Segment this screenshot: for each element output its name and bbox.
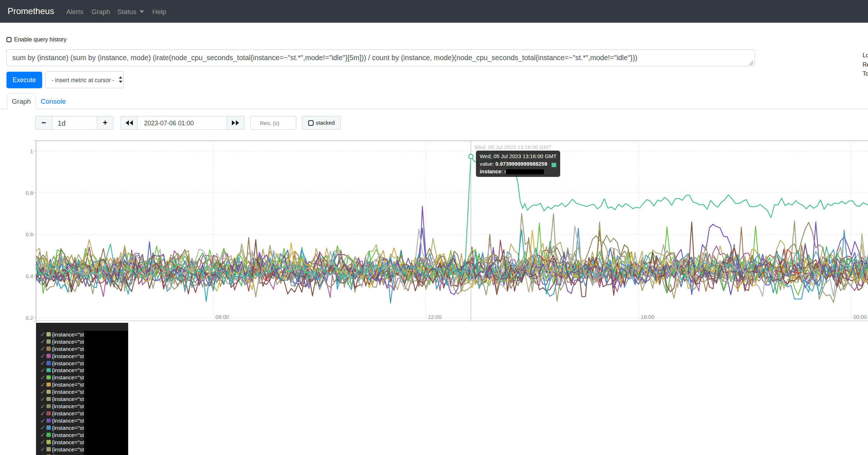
svg-text:06:00: 06:00 bbox=[215, 314, 229, 320]
svg-text:18:00: 18:00 bbox=[641, 314, 655, 320]
svg-text:0.8: 0.8 bbox=[26, 190, 33, 196]
svg-text:12:00: 12:00 bbox=[428, 314, 442, 320]
svg-text:1: 1 bbox=[30, 148, 33, 154]
svg-text:0.6: 0.6 bbox=[26, 231, 33, 237]
svg-text:0.4: 0.4 bbox=[26, 273, 33, 279]
svg-text:0.2: 0.2 bbox=[26, 315, 33, 321]
svg-text:00:00: 00:00 bbox=[853, 314, 867, 320]
